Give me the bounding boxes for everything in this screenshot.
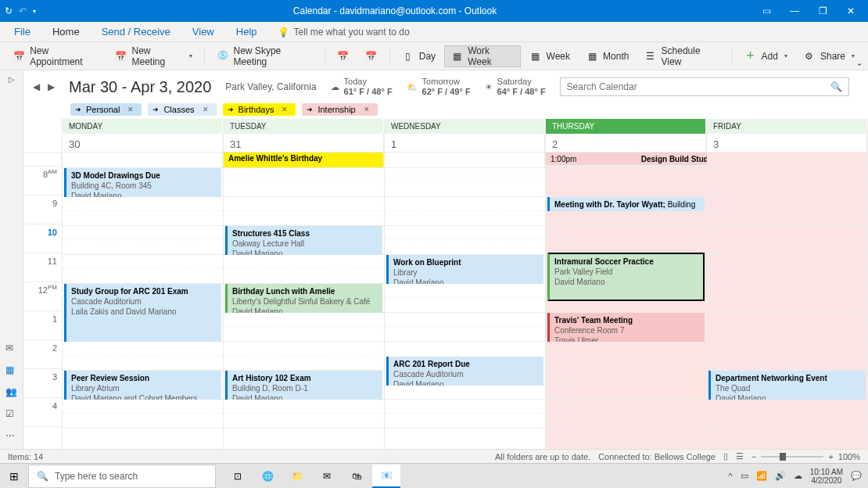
hour-slot[interactable] — [707, 255, 867, 284]
hour-slot[interactable] — [707, 284, 867, 313]
today-button[interactable]: 📅 — [330, 45, 357, 67]
calendar-event[interactable]: Work on BlueprintLibraryDavid Mariano — [386, 255, 543, 284]
caltab-birthdays[interactable]: ➜Birthdays✕ — [223, 103, 296, 116]
search-calendar[interactable]: 🔍 — [560, 77, 849, 96]
start-button[interactable]: ⊞ — [0, 470, 28, 483]
task-view-icon[interactable]: ⊡ — [224, 465, 252, 488]
calendar-event[interactable]: Intramural Soccer PracticePark Valley Fi… — [547, 253, 705, 301]
zoom-out-icon[interactable]: − — [751, 452, 756, 461]
view-normal-icon[interactable]: ▯ — [723, 451, 728, 461]
calendar-event[interactable]: Study Group for ARC 201 ExamCascade Audi… — [64, 284, 221, 342]
undo-icon[interactable]: ↶ — [19, 5, 27, 16]
work-week-view-button[interactable]: ▦Work Week — [444, 45, 521, 67]
ribbon-display-icon[interactable]: ▭ — [754, 5, 779, 16]
hour-slot[interactable] — [546, 168, 706, 197]
close-tab-icon[interactable]: ✕ — [282, 106, 288, 113]
hour-slot[interactable] — [385, 400, 545, 429]
tell-me[interactable]: 💡 Tell me what you want to do — [278, 27, 410, 38]
calendar-event[interactable]: Department Networking EventThe QuadDavid… — [708, 371, 866, 400]
search-input[interactable] — [567, 81, 830, 92]
caltab-personal[interactable]: ➜Personal✕ — [70, 103, 142, 116]
store-icon[interactable]: 🛍 — [343, 465, 371, 488]
mail-icon[interactable]: ✉ — [5, 343, 17, 353]
day-column-wednesday[interactable]: WEDNESDAY1Work on BlueprintLibraryDavid … — [385, 119, 546, 449]
day-view-button[interactable]: ▯Day — [395, 45, 443, 67]
hour-slot[interactable] — [546, 371, 706, 400]
caltab-internship[interactable]: ➜Internship✕ — [302, 103, 377, 116]
calendar-event[interactable]: Art History 102 ExamBuilding D, Room D-1… — [225, 371, 382, 400]
hour-slot[interactable] — [63, 226, 223, 255]
hour-slot[interactable] — [707, 226, 867, 255]
zoom-slider[interactable] — [761, 456, 823, 458]
close-icon[interactable]: ✕ — [838, 5, 863, 16]
edge-icon[interactable]: 🌐 — [253, 465, 282, 488]
week-view-button[interactable]: ▦Week — [522, 45, 577, 67]
calendar-nav-icon[interactable]: ▦ — [5, 364, 17, 375]
day-column-monday[interactable]: MONDAY303D Model Drawings DueBuilding 4C… — [63, 119, 224, 449]
menu-send-receive[interactable]: Send / Receive — [94, 23, 178, 41]
people-icon[interactable]: 👥 — [5, 386, 17, 397]
hour-slot[interactable] — [385, 284, 545, 313]
hour-slot[interactable] — [707, 197, 867, 226]
wifi-icon[interactable]: 📶 — [756, 471, 767, 481]
hour-slot[interactable] — [63, 342, 223, 371]
outlook-app-icon[interactable]: 📧 — [372, 465, 400, 488]
zoom-in-icon[interactable]: + — [828, 452, 833, 461]
volume-icon[interactable]: 🔊 — [775, 471, 786, 481]
expand-sidebar-icon[interactable]: ▷ — [9, 75, 15, 84]
minimize-icon[interactable]: — — [782, 5, 807, 16]
hour-slot[interactable] — [707, 342, 867, 371]
menu-file[interactable]: File — [6, 23, 38, 41]
view-reading-icon[interactable]: ☰ — [736, 451, 744, 461]
location-label[interactable]: Park Valley, California — [225, 81, 316, 92]
hour-slot[interactable] — [224, 255, 384, 284]
maximize-icon[interactable]: ❐ — [810, 5, 835, 16]
hour-slot[interactable] — [63, 400, 223, 429]
prev-week-icon[interactable]: ◀ — [33, 81, 40, 92]
taskbar-clock[interactable]: 10:10 AM4/2/2020 — [810, 468, 843, 485]
caltab-classes[interactable]: ➜Classes✕ — [148, 103, 216, 116]
ribbon-more-icon[interactable]: ⌄ — [855, 57, 863, 68]
hour-slot[interactable] — [707, 168, 867, 197]
calendar-event[interactable]: ARC 201 Report DueCascade AuditoriumDavi… — [386, 357, 543, 386]
tasks-icon[interactable]: ☑ — [5, 408, 17, 419]
menu-help[interactable]: Help — [228, 23, 265, 41]
hour-slot[interactable] — [63, 197, 223, 226]
hour-slot[interactable] — [224, 313, 384, 342]
calendar-event[interactable]: Structures 415 ClassOakway Lecture HallD… — [225, 226, 382, 255]
hour-slot[interactable] — [546, 226, 706, 255]
menu-home[interactable]: Home — [45, 23, 88, 41]
calendar-event[interactable]: Birthday Lunch with AmelieLiberty's Deli… — [225, 284, 382, 313]
battery-icon[interactable]: ▭ — [741, 471, 748, 481]
mail-app-icon[interactable]: ✉ — [313, 465, 341, 488]
calendar-event[interactable]: Meeting with Dr. Taylor Wyatt; Building … — [547, 197, 705, 211]
calendar-event[interactable]: Peer Review SessionLibrary AtriumDavid M… — [64, 371, 221, 400]
hour-slot[interactable] — [546, 400, 706, 429]
taskbar-search[interactable]: 🔍Type here to search — [28, 465, 216, 488]
month-view-button[interactable]: ▦Month — [579, 45, 636, 67]
menu-view[interactable]: View — [185, 23, 222, 41]
hour-slot[interactable] — [385, 313, 545, 342]
explorer-icon[interactable]: 📁 — [283, 465, 311, 488]
hour-slot[interactable] — [224, 342, 384, 371]
day-column-friday[interactable]: FRIDAY3Department Networking EventThe Qu… — [707, 119, 868, 449]
close-tab-icon[interactable]: ✕ — [127, 106, 134, 113]
hour-slot[interactable] — [385, 197, 545, 226]
calendar-event[interactable]: Travis' Team MeetingConference Room 7Tra… — [547, 313, 705, 342]
skype-meeting-button[interactable]: ⓈNew Skype Meeting — [210, 45, 319, 67]
close-tab-icon[interactable]: ✕ — [364, 106, 370, 113]
hour-slot[interactable] — [224, 197, 384, 226]
hour-slot[interactable] — [385, 226, 545, 255]
zoom-control[interactable]: − + 100% — [751, 452, 860, 461]
share-button[interactable]: ⚙Share — [796, 45, 862, 67]
hour-slot[interactable] — [707, 313, 867, 342]
allday-event[interactable]: Amelie Whittle's Birthday — [224, 152, 384, 168]
hour-slot[interactable] — [385, 168, 545, 197]
tray-chevron-icon[interactable]: ^ — [729, 472, 733, 481]
hour-slot[interactable] — [546, 342, 706, 371]
onedrive-icon[interactable]: ☁ — [794, 471, 802, 481]
hour-slot[interactable] — [224, 168, 384, 197]
day-column-thursday[interactable]: THURSDAY21:00pmDesign Build Studio; Fabr… — [546, 119, 707, 449]
hour-slot[interactable] — [63, 255, 223, 284]
search-icon[interactable]: 🔍 — [830, 81, 842, 92]
